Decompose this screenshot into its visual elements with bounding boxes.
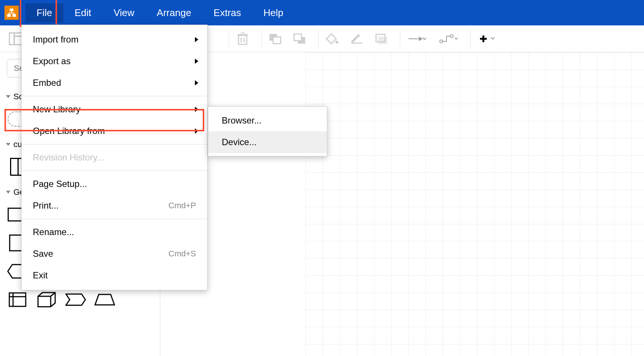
file-export-as[interactable]: Export as <box>22 50 207 72</box>
toolbar-divider <box>261 30 262 47</box>
stroke-icon[interactable] <box>347 29 366 49</box>
menu-separator <box>22 96 207 96</box>
menubar: File Edit View Arrange Extras Help <box>0 0 644 25</box>
submenu-arrow-icon <box>195 37 198 42</box>
svg-rect-6 <box>239 35 247 44</box>
label: Import from <box>33 34 79 45</box>
label: Export as <box>33 56 70 66</box>
svg-point-21 <box>450 35 453 38</box>
canvas[interactable] <box>160 52 644 356</box>
line-end-dropdown[interactable] <box>404 29 430 49</box>
toolbar-divider <box>318 30 319 47</box>
label: Print... <box>33 200 59 211</box>
menu-separator <box>22 219 207 219</box>
svg-point-20 <box>440 40 443 43</box>
add-dropdown[interactable] <box>474 29 501 49</box>
file-save[interactable]: SaveCmd+S <box>22 243 207 265</box>
svg-rect-0 <box>10 9 13 11</box>
svg-rect-35 <box>9 293 26 306</box>
label: Save <box>33 249 53 259</box>
svg-rect-2 <box>12 14 16 17</box>
menu-file[interactable]: File <box>25 3 63 22</box>
label: Embed <box>33 78 61 88</box>
menu-view[interactable]: View <box>102 3 146 22</box>
file-rename[interactable]: Rename... <box>22 221 207 243</box>
new-library-device[interactable]: Device... <box>208 131 327 153</box>
menu-edit[interactable]: Edit <box>63 3 102 22</box>
file-revision-history: Revision History... <box>22 147 207 168</box>
shape-cube[interactable] <box>36 289 57 310</box>
file-import-from[interactable]: Import from <box>22 29 207 50</box>
svg-rect-1 <box>7 14 11 17</box>
menu-separator <box>22 144 207 144</box>
shape-trapezoid[interactable] <box>94 289 116 310</box>
svg-rect-18 <box>378 37 387 44</box>
menu-extras[interactable]: Extras <box>202 3 252 22</box>
svg-rect-14 <box>294 34 302 41</box>
new-library-browser[interactable]: Browser... <box>208 110 327 131</box>
label: Page Setup... <box>33 179 87 189</box>
toolbar-divider <box>229 30 229 47</box>
fill-icon[interactable] <box>322 29 342 49</box>
app-logo[interactable] <box>4 6 19 20</box>
toolbar-divider <box>400 30 400 47</box>
file-open-library-from[interactable]: Open Library from <box>22 120 207 142</box>
label: Open Library from <box>33 126 105 136</box>
new-library-submenu: Browser... Device... <box>208 106 327 156</box>
label: Exit <box>33 270 48 281</box>
shortcut: Cmd+P <box>168 201 196 210</box>
file-embed[interactable]: Embed <box>22 72 207 94</box>
submenu-arrow-icon <box>195 107 198 112</box>
file-page-setup[interactable]: Page Setup... <box>22 173 207 195</box>
delete-icon[interactable] <box>233 29 252 49</box>
file-print[interactable]: Print...Cmd+P <box>22 195 207 216</box>
submenu-arrow-icon <box>195 59 198 64</box>
grid-area[interactable] <box>306 52 644 356</box>
label: Revision History... <box>33 152 104 163</box>
menu-separator <box>22 171 207 171</box>
file-new-library[interactable]: New Library <box>22 99 207 120</box>
shortcut: Cmd+S <box>168 249 196 259</box>
svg-rect-16 <box>351 43 362 44</box>
svg-point-15 <box>335 41 338 44</box>
menu-help[interactable]: Help <box>252 3 294 22</box>
label: New Library <box>33 104 80 115</box>
label: Rename... <box>33 227 74 237</box>
submenu-arrow-icon <box>195 80 198 85</box>
shape-step[interactable] <box>65 289 86 310</box>
to-back-icon[interactable] <box>290 29 309 49</box>
toolbar-divider <box>470 30 471 47</box>
to-front-icon[interactable] <box>265 29 285 49</box>
file-exit[interactable]: Exit <box>22 265 207 286</box>
shape-internal-storage[interactable] <box>7 289 28 310</box>
submenu-arrow-icon <box>195 128 198 134</box>
shadow-box-icon[interactable] <box>372 29 391 49</box>
waypoints-dropdown[interactable] <box>435 29 461 49</box>
svg-rect-12 <box>273 37 281 44</box>
menu-arrange[interactable]: Arrange <box>146 3 203 22</box>
file-menu-dropdown: Import from Export as Embed New Library … <box>21 25 208 290</box>
